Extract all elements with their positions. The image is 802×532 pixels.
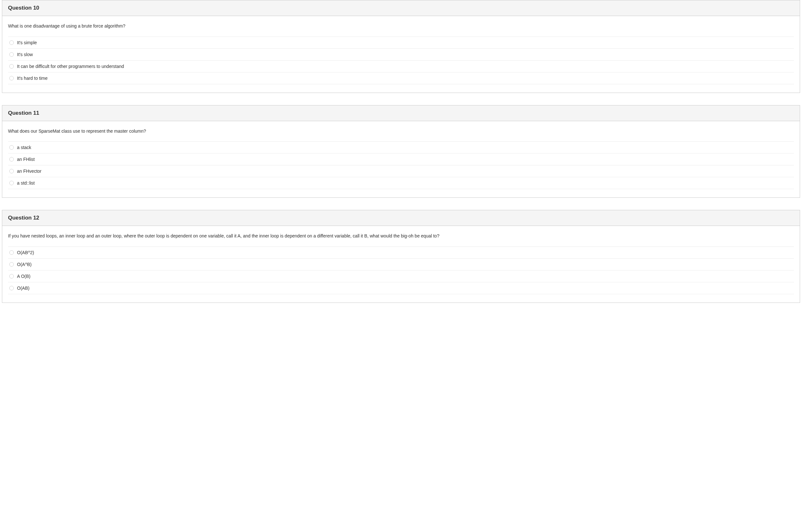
answer-text: It's slow: [17, 52, 33, 57]
question-card-12: Question 12 If you have nested loops, an…: [2, 210, 800, 303]
answer-option[interactable]: O(A^B): [8, 259, 794, 270]
question-header: Question 10: [2, 0, 800, 16]
answer-text: A O(B): [17, 274, 31, 279]
answer-option[interactable]: O(AB^2): [8, 247, 794, 259]
answer-option[interactable]: It can be difficult for other programmer…: [8, 61, 794, 72]
question-card-11: Question 11 What does our SparseMat clas…: [2, 105, 800, 198]
answer-option[interactable]: a std::list: [8, 177, 794, 189]
answer-list: a stack an FHlist an FHvector a std::lis…: [8, 141, 794, 189]
radio-icon: [9, 181, 14, 185]
radio-icon: [9, 64, 14, 69]
question-title: Question 12: [8, 215, 39, 221]
question-body: What does our SparseMat class use to rep…: [2, 121, 800, 198]
answer-option[interactable]: A O(B): [8, 270, 794, 282]
radio-icon: [9, 40, 14, 45]
radio-icon: [9, 250, 14, 255]
answer-option[interactable]: It's hard to time: [8, 72, 794, 84]
answer-text: an FHlist: [17, 157, 35, 162]
question-prompt: What is one disadvantage of using a brut…: [8, 23, 794, 30]
question-prompt: What does our SparseMat class use to rep…: [8, 128, 794, 135]
radio-icon: [9, 52, 14, 57]
radio-icon: [9, 76, 14, 80]
question-body: What is one disadvantage of using a brut…: [2, 16, 800, 93]
answer-option[interactable]: It's simple: [8, 37, 794, 49]
answer-text: a stack: [17, 145, 31, 150]
radio-icon: [9, 262, 14, 267]
question-title: Question 10: [8, 5, 39, 11]
answer-text: a std::list: [17, 180, 35, 186]
answer-text: It's simple: [17, 40, 37, 45]
answer-text: It's hard to time: [17, 76, 48, 81]
answer-list: O(AB^2) O(A^B) A O(B) O(AB): [8, 246, 794, 294]
answer-text: O(A^B): [17, 262, 32, 267]
radio-icon: [9, 286, 14, 290]
answer-text: an FHvector: [17, 169, 41, 174]
answer-option[interactable]: It's slow: [8, 49, 794, 61]
question-header: Question 11: [2, 106, 800, 121]
answer-text: O(AB^2): [17, 250, 34, 255]
question-header: Question 12: [2, 210, 800, 226]
question-body: If you have nested loops, an inner loop …: [2, 226, 800, 303]
radio-icon: [9, 274, 14, 279]
quiz-page: Question 10 What is one disadvantage of …: [0, 0, 802, 334]
question-card-10: Question 10 What is one disadvantage of …: [2, 0, 800, 93]
answer-list: It's simple It's slow It can be difficul…: [8, 37, 794, 84]
answer-option[interactable]: a stack: [8, 142, 794, 153]
answer-option[interactable]: an FHvector: [8, 165, 794, 177]
answer-option[interactable]: O(AB): [8, 282, 794, 294]
question-title: Question 11: [8, 110, 39, 116]
answer-text: O(AB): [17, 286, 30, 291]
question-prompt: If you have nested loops, an inner loop …: [8, 233, 794, 240]
radio-icon: [9, 145, 14, 150]
radio-icon: [9, 157, 14, 162]
answer-option[interactable]: an FHlist: [8, 153, 794, 165]
radio-icon: [9, 169, 14, 173]
answer-text: It can be difficult for other programmer…: [17, 64, 124, 69]
